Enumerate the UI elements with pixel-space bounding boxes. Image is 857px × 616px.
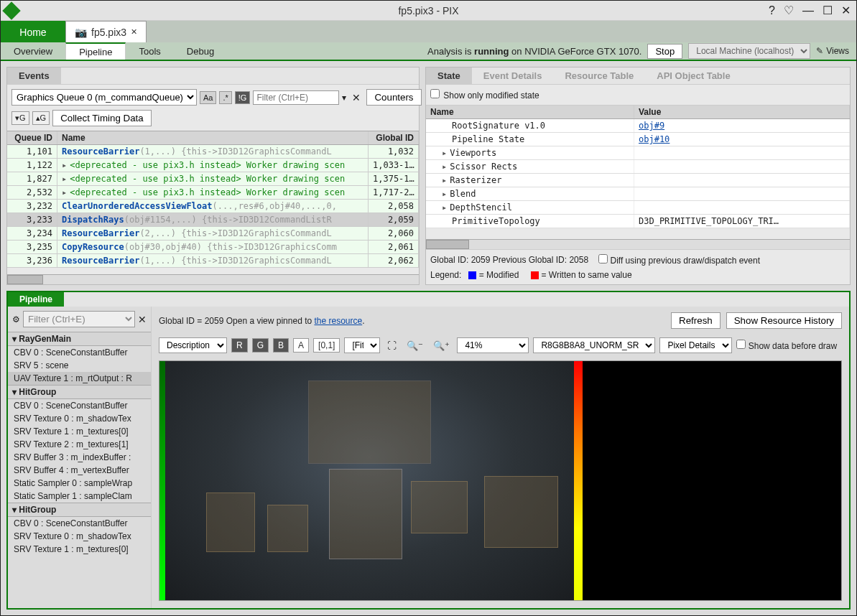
tree-item[interactable]: SRV Texture 0 : m_shadowTex	[8, 530, 151, 543]
tab-debug[interactable]: Debug	[174, 42, 227, 60]
tab-overview[interactable]: Overview	[1, 42, 65, 60]
channel-g[interactable]: G	[252, 338, 269, 353]
state-row[interactable]: ▸Viewports	[426, 146, 850, 160]
zoom-select[interactable]: 41%	[457, 337, 529, 353]
tab-home[interactable]: Home	[1, 21, 65, 42]
not-g-toggle[interactable]: !G	[235, 91, 251, 104]
description-select[interactable]: Description	[159, 337, 227, 353]
tree-group[interactable]: ▾ HitGroup	[8, 503, 151, 517]
case-toggle[interactable]: Aa	[200, 91, 216, 104]
state-row[interactable]: PrimitiveTopologyD3D_PRIMITIVE_TOPOLOGY_…	[426, 215, 850, 228]
tree-group[interactable]: ▾ HitGroup	[8, 385, 151, 399]
tab-file[interactable]: 📷 fp5.pix3 ✕	[65, 21, 147, 42]
event-row[interactable]: 2,532▸<deprecated - use pix3.h instead> …	[7, 186, 419, 200]
stop-button[interactable]: Stop	[647, 44, 682, 59]
down-g-button[interactable]: ▾G	[11, 111, 29, 125]
resource-link[interactable]: the resource	[314, 316, 362, 326]
camera-icon: 📷	[75, 27, 87, 38]
pipeline-filter-input[interactable]: Filter (Ctrl+E)	[23, 311, 135, 327]
tree-item[interactable]: SRV 5 : scene	[8, 359, 151, 372]
tree-group[interactable]: ▾ RayGenMain	[8, 332, 151, 346]
event-row[interactable]: 1,827▸<deprecated - use pix3.h instead> …	[7, 172, 419, 186]
views-button[interactable]: ✎ Views	[816, 46, 849, 56]
expand-icon[interactable]: ⛶	[384, 339, 399, 353]
heart-icon[interactable]: ♡	[784, 4, 794, 17]
events-filter-input[interactable]	[253, 90, 339, 105]
pixel-details-select[interactable]: Pixel Details	[659, 337, 732, 353]
event-row[interactable]: 3,236ResourceBarrier(1,...) {this->ID3D1…	[7, 254, 419, 268]
machine-select[interactable]: Local Machine (localhost)	[688, 43, 810, 59]
tree-item[interactable]: SRV Texture 1 : m_textures[0]	[8, 425, 151, 438]
col-name[interactable]: Name	[57, 131, 369, 144]
tree-item[interactable]: CBV 0 : SceneConstantBuffer	[8, 399, 151, 412]
queue-select[interactable]: Graphics Queue 0 (m_commandQueue)	[11, 89, 197, 106]
state-row[interactable]: ▸Rasterizer	[426, 174, 850, 187]
state-row[interactable]: RootSignature v1.0obj#9	[426, 119, 850, 133]
zoom-out-icon[interactable]: 🔍⁻	[404, 339, 426, 353]
event-details-tab[interactable]: Event Details	[472, 67, 554, 84]
tab-pipeline[interactable]: Pipeline	[65, 42, 126, 60]
event-row[interactable]: 3,235CopyResource(obj#30,obj#40) {this->…	[7, 241, 419, 254]
tab-close-icon[interactable]: ✕	[131, 27, 137, 37]
state-col-name[interactable]: Name	[426, 106, 634, 118]
event-row[interactable]: 3,234ResourceBarrier(2,...) {this->ID3D1…	[7, 227, 419, 241]
state-tab[interactable]: State	[426, 67, 472, 84]
filter-dropdown-icon[interactable]: ▾	[342, 93, 346, 103]
tree-item[interactable]: SRV Texture 1 : m_textures[0]	[8, 543, 151, 556]
pipeline-panel: Pipeline ⚙ Filter (Ctrl+E) ✕ ▾ RayGenMai…	[6, 291, 851, 610]
pipeline-clear-filter-icon[interactable]: ✕	[138, 314, 147, 325]
regex-toggle[interactable]: .*	[219, 91, 231, 104]
main-tabs: Home 📷 fp5.pix3 ✕	[1, 21, 856, 42]
event-row[interactable]: 1,122▸<deprecated - use pix3.h instead> …	[7, 159, 419, 172]
channel-r[interactable]: R	[231, 338, 248, 353]
state-row[interactable]: ▸Scissor Rects	[426, 160, 850, 174]
events-tab[interactable]: Events	[7, 67, 61, 84]
maximize-icon[interactable]: ☐	[823, 4, 833, 17]
tree-item[interactable]: CBV 0 : SceneConstantBuffer	[8, 346, 151, 359]
refresh-button[interactable]: Refresh	[671, 312, 721, 329]
show-history-button[interactable]: Show Resource History	[726, 312, 842, 329]
show-modified-checkbox[interactable]: Show only modified state	[430, 89, 539, 101]
format-select[interactable]: R8G8B8A8_UNORM_SRGB	[533, 337, 655, 353]
event-row[interactable]: 3,232ClearUnorderedAccessViewFloat(...,r…	[7, 200, 419, 213]
state-col-value[interactable]: Value	[634, 106, 850, 118]
tree-item[interactable]: Static Sampler 0 : sampleWrap	[8, 477, 151, 490]
counters-button[interactable]: Counters	[366, 89, 421, 106]
pipeline-title[interactable]: Pipeline	[8, 292, 64, 307]
tree-item[interactable]: SRV Texture 2 : m_textures[1]	[8, 438, 151, 451]
tab-tools[interactable]: Tools	[126, 42, 173, 60]
legend-modified-swatch	[468, 271, 476, 279]
show-before-checkbox[interactable]: Show data before draw	[736, 340, 837, 351]
resource-table-tab[interactable]: Resource Table	[553, 67, 645, 84]
tree-item[interactable]: SRV Buffer 4 : m_vertexBuffer	[8, 464, 151, 477]
state-row[interactable]: ▸DepthStencil	[426, 201, 850, 215]
close-icon[interactable]: ✕	[841, 4, 851, 17]
range-button[interactable]: [0,1]	[313, 338, 340, 353]
gear-icon[interactable]: ⚙	[12, 314, 20, 325]
tree-item[interactable]: SRV Buffer 3 : m_indexBuffer :	[8, 451, 151, 464]
minimize-icon[interactable]: —	[802, 4, 814, 17]
state-row[interactable]: Pipeline Stateobj#10	[426, 133, 850, 146]
state-hscrollbar[interactable]	[426, 239, 850, 249]
state-row[interactable]: ▸Blend	[426, 187, 850, 201]
collect-timing-button[interactable]: Collect Timing Data	[52, 110, 152, 126]
zoom-in-icon[interactable]: 🔍⁺	[430, 339, 453, 353]
channel-b[interactable]: B	[273, 338, 289, 353]
clear-filter-icon[interactable]: ✕	[349, 92, 363, 103]
help-icon[interactable]: ?	[769, 4, 775, 17]
events-hscrollbar[interactable]	[7, 274, 419, 284]
col-queue-id[interactable]: Queue ID	[7, 131, 57, 144]
texture-viewport[interactable]	[159, 360, 842, 601]
tree-item[interactable]: CBV 0 : SceneConstantBuffer	[8, 517, 151, 530]
api-object-tab[interactable]: API Object Table	[645, 67, 741, 84]
event-row[interactable]: 1,101ResourceBarrier(1,...) {this->ID3D1…	[7, 145, 419, 159]
fit-select[interactable]: [Fit]	[344, 337, 380, 353]
event-row[interactable]: 3,233DispatchRays(obj#1154,...) {this->I…	[7, 213, 419, 227]
channel-a[interactable]: A	[293, 338, 309, 353]
up-g-button[interactable]: ▴G	[32, 111, 50, 125]
tree-item[interactable]: SRV Texture 0 : m_shadowTex	[8, 412, 151, 425]
col-global-id[interactable]: Global ID	[369, 131, 419, 144]
tree-item[interactable]: UAV Texture 1 : m_rtOutput : R	[8, 372, 151, 385]
diff-checkbox[interactable]: Diff using previous draw/dispatch event	[598, 254, 760, 266]
tree-item[interactable]: Static Sampler 1 : sampleClam	[8, 490, 151, 503]
